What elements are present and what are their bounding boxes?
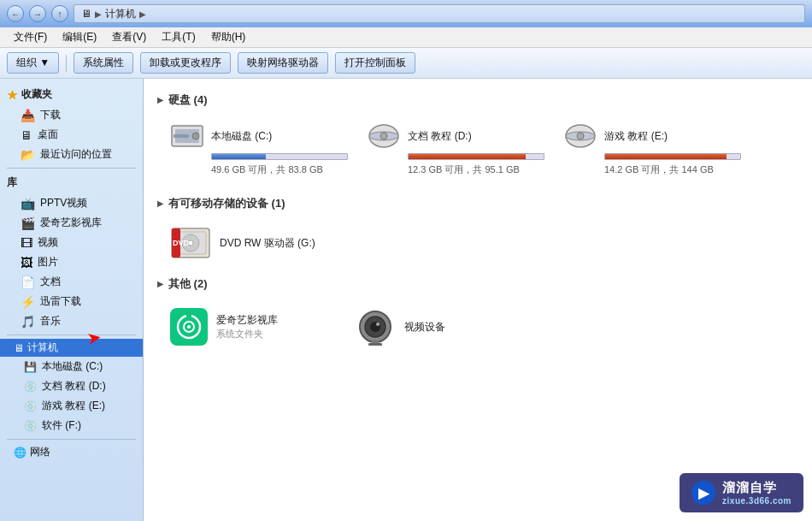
other-iqiyi[interactable]: 爱奇艺影视库 系统文件夹 — [164, 300, 335, 353]
address-bar[interactable]: 🖥 ▶ 计算机 ▶ — [74, 4, 805, 23]
svg-point-9 — [577, 133, 584, 139]
sidebar-item-iqiyi[interactable]: 🎬 爱奇艺影视库 — [0, 213, 143, 233]
drive-e-item[interactable]: 游戏 教程 (E:) 14.2 GB 可用，共 144 GB — [557, 116, 745, 182]
desktop-icon: 🖥 — [21, 128, 32, 142]
menu-bar: 文件(F) 编辑(E) 查看(V) 工具(T) 帮助(H) — [0, 27, 812, 48]
content-area: 硬盘 (4) 本地磁盘 (C:) — [144, 79, 812, 521]
computer-header[interactable]: 🖥 计算机 — [0, 339, 143, 357]
dvd-drive-item[interactable]: DVD DVD RW 驱动器 (G:) — [164, 220, 798, 266]
drive-c-label: 本地磁盘 (C:) — [211, 129, 272, 144]
map-drive-button[interactable]: 映射网络驱动器 — [238, 52, 328, 74]
xunlei-icon: ⚡ — [21, 295, 35, 309]
control-panel-button[interactable]: 打开控制面板 — [335, 52, 415, 74]
sidebar-sep-1 — [7, 168, 136, 169]
sidebar-item-documents[interactable]: 📄 文档 — [0, 272, 143, 292]
forward-button[interactable]: → — [29, 5, 46, 22]
svg-point-19 — [187, 325, 191, 329]
sidebar-item-download[interactable]: 📥 下载 — [0, 105, 143, 125]
dvd-icon: DVD — [170, 226, 211, 260]
drive-c-info: 49.6 GB 可用，共 83.8 GB — [211, 163, 346, 176]
other-iqiyi-sublabel: 系统文件夹 — [216, 328, 278, 340]
menu-file[interactable]: 文件(F) — [7, 28, 54, 46]
drive-d-item[interactable]: 文档 教程 (D:) 12.3 GB 可用，共 95.1 GB — [361, 116, 549, 182]
back-button[interactable]: ← — [7, 5, 24, 22]
drive-c-icon: 💾 — [24, 361, 37, 373]
drive-e-top: 游戏 教程 (E:) — [563, 122, 739, 150]
webcam-icon-img — [355, 306, 396, 347]
path-text: 计算机 — [105, 7, 136, 21]
sidebar-item-recent[interactable]: 📂 最近访问的位置 — [0, 145, 143, 164]
main-layout: ★ 收藏夹 📥 下载 🖥 桌面 📂 最近访问的位置 库 📺 PPTV视频 🎬 爱… — [0, 79, 812, 521]
up-button[interactable]: ↑ — [51, 5, 68, 22]
library-header[interactable]: 库 — [0, 172, 143, 193]
sidebar-item-pictures[interactable]: 🖼 图片 — [0, 252, 143, 272]
watermark-main: 溜溜自学 — [722, 480, 791, 496]
sidebar-drive-e[interactable]: 💿 游戏 教程 (E:) — [0, 396, 143, 416]
drive-e-icon-img — [563, 122, 597, 150]
iqiyi-icon: 🎬 — [21, 216, 35, 230]
download-icon: 📥 — [21, 109, 35, 122]
toolbar: 组织 ▼ 系统属性 卸载或更改程序 映射网络驱动器 打开控制面板 — [0, 48, 812, 79]
menu-edit[interactable]: 编辑(E) — [56, 28, 103, 46]
sidebar-drive-d[interactable]: 💿 文档 教程 (D:) — [0, 376, 143, 396]
drive-grid: 本地磁盘 (C:) 49.6 GB 可用，共 83.8 GB — [157, 116, 798, 182]
sidebar-item-xunlei[interactable]: ⚡ 迅雷下载 — [0, 292, 143, 311]
watermark: ▶ 溜溜自学 zixue.3d66.com — [680, 473, 803, 512]
drive-d-label: 文档 教程 (D:) — [408, 129, 472, 144]
pictures-icon: 🖼 — [21, 256, 32, 269]
other-grid: 爱奇艺影视库 系统文件夹 视频设备 — [157, 300, 798, 353]
drive-c-top: 本地磁盘 (C:) — [170, 122, 346, 150]
path-icon: 🖥 — [81, 8, 91, 20]
svg-point-6 — [380, 133, 387, 139]
drive-e-label: 游戏 教程 (E:) — [604, 129, 668, 144]
menu-tools[interactable]: 工具(T) — [155, 28, 202, 46]
uninstall-button[interactable]: 卸载或更改程序 — [140, 52, 231, 74]
menu-help[interactable]: 帮助(H) — [204, 28, 253, 46]
network-header[interactable]: 🌐 网络 — [0, 443, 143, 461]
other-iqiyi-labels: 爱奇艺影视库 系统文件夹 — [216, 313, 278, 340]
other-iqiyi-label: 爱奇艺影视库 — [216, 313, 278, 328]
sidebar-sep-2 — [7, 335, 136, 335]
sidebar-item-pptv[interactable]: 📺 PPTV视频 — [0, 193, 143, 213]
drive-d-icon-img — [367, 122, 401, 150]
star-icon: ★ — [7, 88, 18, 102]
favorites-header[interactable]: ★ 收藏夹 — [0, 84, 143, 105]
sidebar-sep-3 — [7, 439, 136, 440]
drive-e-bar-fill — [605, 154, 727, 159]
other-section: 其他 (2) — [157, 276, 798, 292]
drive-d-bar-fill — [409, 154, 526, 159]
watermark-sub: zixue.3d66.com — [722, 496, 791, 506]
organize-button[interactable]: 组织 ▼ — [7, 52, 59, 74]
drive-c-item[interactable]: 本地磁盘 (C:) 49.6 GB 可用，共 83.8 GB — [164, 116, 352, 182]
iqiyi-app-icon — [170, 308, 208, 346]
network-icon: 🌐 — [14, 447, 26, 459]
sidebar-item-music[interactable]: 🎵 音乐 — [0, 311, 143, 331]
drive-e-info: 14.2 GB 可用，共 144 GB — [604, 163, 739, 176]
sidebar-item-video[interactable]: 🎞 视频 — [0, 233, 143, 252]
svg-text:DVD: DVD — [173, 239, 190, 247]
drive-c-bar-bg — [211, 153, 348, 160]
system-props-button[interactable]: 系统属性 — [74, 52, 133, 74]
video-icon: 🎞 — [21, 236, 32, 250]
drive-d-info: 12.3 GB 可用，共 95.1 GB — [408, 163, 543, 176]
drive-c-bar-fill — [212, 154, 266, 159]
hard-disks-section: 硬盘 (4) — [157, 92, 798, 108]
sidebar-item-desktop[interactable]: 🖥 桌面 — [0, 125, 143, 145]
other-webcam[interactable]: 视频设备 — [349, 300, 520, 353]
menu-view[interactable]: 查看(V) — [105, 28, 153, 46]
pptv-icon: 📺 — [21, 197, 35, 210]
svg-rect-20 — [186, 314, 191, 319]
sidebar-drive-c[interactable]: 💾 本地磁盘 (C:) — [0, 357, 143, 376]
sidebar-drive-f[interactable]: 💿 软件 (F:) — [0, 416, 143, 435]
toolbar-sep-1 — [66, 55, 67, 72]
documents-icon: 📄 — [21, 275, 35, 289]
sidebar: ★ 收藏夹 📥 下载 🖥 桌面 📂 最近访问的位置 库 📺 PPTV视频 🎬 爱… — [0, 79, 144, 521]
computer-icon: 🖥 — [14, 342, 24, 354]
recent-icon: 📂 — [21, 148, 35, 162]
drive-f-icon: 💿 — [24, 420, 37, 432]
removable-section: 有可移动存储的设备 (1) — [157, 196, 798, 211]
drive-d-top: 文档 教程 (D:) — [367, 122, 543, 150]
svg-rect-26 — [368, 343, 382, 346]
dvd-label: DVD RW 驱动器 (G:) — [220, 236, 315, 251]
drive-d-icon: 💿 — [24, 381, 37, 393]
